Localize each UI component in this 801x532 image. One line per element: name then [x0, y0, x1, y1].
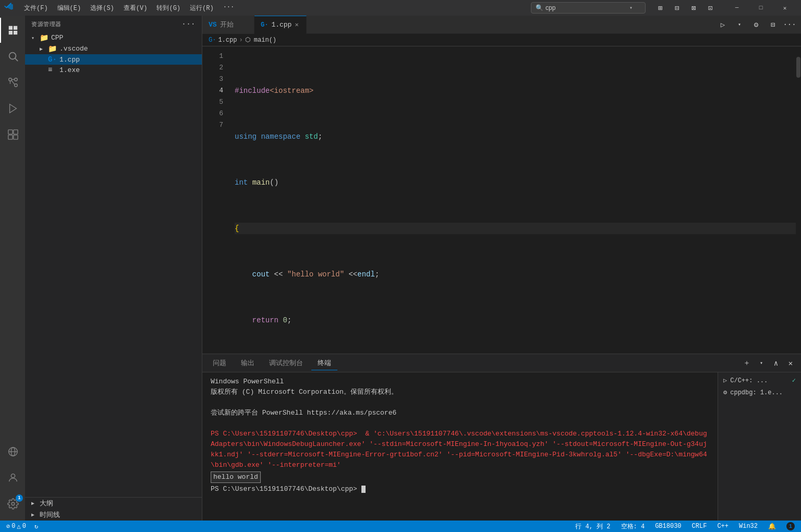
tab-output[interactable]: 输出: [235, 356, 261, 370]
terminal-maximize-button[interactable]: ∧: [770, 357, 782, 369]
run-dropdown-button[interactable]: ▾: [732, 17, 747, 32]
breadcrumb-symbol[interactable]: ⬡ main(): [245, 36, 276, 44]
close-button[interactable]: ✕: [773, 0, 797, 16]
layout-icon-1[interactable]: ⊞: [653, 2, 668, 14]
tree-item-vscode[interactable]: ▶ 📁 .vscode: [25, 43, 202, 54]
tab-terminal[interactable]: 终端: [311, 356, 337, 370]
minimize-button[interactable]: ─: [725, 0, 749, 16]
tree-item-cpp[interactable]: ▾ 📁 CPP: [25, 32, 202, 43]
sidebar-more-button[interactable]: ···: [181, 20, 196, 28]
status-left: ⊘ 0 △ 0 ↻: [4, 521, 40, 532]
tab-1cpp[interactable]: G· 1.cpp ✕: [254, 16, 307, 34]
terminal-instance-cpp[interactable]: ▷ C/C++: ... ✓: [720, 374, 799, 386]
token-sp3: [248, 177, 252, 188]
token-semi2: ;: [375, 269, 379, 280]
status-eol[interactable]: CRLF: [690, 521, 709, 532]
tree-section-outline[interactable]: ▶ 大纲: [25, 498, 202, 509]
term-line-prompt: PS C:\Users\15191107746\Desktop\cpp>: [211, 484, 709, 494]
code-line-2: using namespace std;: [235, 131, 796, 142]
status-errors[interactable]: ⊘ 0 △ 0: [4, 521, 28, 532]
search-dropdown-icon[interactable]: ▾: [629, 5, 633, 11]
settings-gear-button[interactable]: ⚙: [749, 17, 763, 32]
menu-goto[interactable]: 转到(G): [152, 3, 185, 14]
token-iostream: <iostream>: [270, 85, 313, 96]
code-content[interactable]: #include<iostream> using namespace std; …: [228, 46, 796, 354]
terminal-content[interactable]: Windows PowerShell 版权所有 (C) Microsoft Co…: [202, 372, 718, 521]
tree-label-1exe: 1.exe: [59, 66, 80, 74]
token-main: main: [252, 177, 270, 188]
layout-icon-2[interactable]: ⊟: [670, 2, 684, 14]
status-language-text: C++: [717, 523, 729, 530]
token-using: using: [235, 131, 257, 142]
tab-debug-console[interactable]: 调试控制台: [263, 356, 309, 370]
tree-item-1exe[interactable]: ▶ ≡ 1.exe: [25, 65, 202, 75]
split-editor-button[interactable]: ⊟: [766, 17, 780, 32]
error-icon: ⊘: [6, 523, 10, 530]
layout-icon-3[interactable]: ⊠: [686, 2, 701, 14]
activity-scm[interactable]: [0, 70, 25, 95]
tab-problems[interactable]: 问题: [207, 356, 233, 370]
terminal-tab-bar: 问题 输出 调试控制台 终端 ＋ ▾ ∧ ✕: [202, 354, 801, 372]
status-encoding[interactable]: GB18030: [653, 521, 683, 532]
menu-edit[interactable]: 编辑(E): [53, 3, 86, 14]
activity-explorer[interactable]: [0, 18, 25, 43]
svg-point-2: [9, 78, 12, 81]
status-right: 行 4, 列 2 空格: 4 GB18030 CRLF C++ Win32 🔔 …: [573, 521, 797, 532]
token-indent2: [235, 315, 252, 326]
activity-settings[interactable]: 1: [0, 491, 25, 516]
tree-section-timeline[interactable]: ▶ 时间线: [25, 509, 202, 521]
activity-search[interactable]: [0, 44, 25, 69]
activity-remote[interactable]: [0, 439, 25, 464]
status-warning-count: 0: [22, 523, 26, 530]
vscode-tab-icon: VS: [209, 21, 217, 29]
new-terminal-button[interactable]: ＋: [741, 357, 753, 369]
editor-scrollbar[interactable]: [796, 46, 801, 354]
svg-marker-8: [10, 104, 17, 113]
status-spaces[interactable]: 空格: 4: [619, 521, 647, 532]
status-platform[interactable]: Win32: [737, 521, 760, 532]
svg-rect-9: [8, 130, 13, 134]
search-input[interactable]: [545, 4, 627, 11]
status-badge-item[interactable]: 1: [784, 521, 797, 532]
token-namespace: namespace: [261, 131, 300, 142]
token-int: int: [235, 177, 248, 188]
status-sync[interactable]: ↻: [32, 521, 40, 532]
menu-run[interactable]: 运行(R): [186, 3, 218, 14]
menu-select[interactable]: 选择(S): [86, 3, 118, 14]
line-num-5: 5: [202, 96, 223, 108]
terminal-close-button[interactable]: ✕: [784, 357, 797, 369]
layout-icon-4[interactable]: ⊡: [703, 2, 718, 14]
activity-debug[interactable]: [0, 96, 25, 121]
svg-rect-12: [14, 135, 18, 139]
title-search-box[interactable]: 🔍 ▾: [531, 2, 646, 14]
breadcrumb-file-label: 1.cpp: [218, 37, 237, 44]
maximize-button[interactable]: □: [749, 0, 773, 16]
tree-label-outline: 大纲: [40, 499, 53, 508]
status-encoding-text: GB18030: [655, 523, 681, 530]
status-bar: ⊘ 0 △ 0 ↻ 行 4, 列 2 空格: 4 GB18030 CRLF C+…: [0, 521, 801, 532]
menu-file[interactable]: 文件(F): [20, 3, 52, 14]
token-sp1: [257, 131, 261, 142]
token-include: #include: [235, 85, 270, 96]
svg-point-4: [15, 78, 18, 81]
activity-extensions[interactable]: [0, 122, 25, 147]
tab-start[interactable]: VS 开始: [202, 16, 254, 34]
activity-account[interactable]: [0, 465, 25, 490]
terminal-instance-cppdbg[interactable]: ⚙ cppdbg: 1.e...: [720, 386, 799, 398]
status-position[interactable]: 行 4, 列 2: [573, 521, 612, 532]
menu-view[interactable]: 查看(V): [119, 3, 152, 14]
status-language[interactable]: C++: [715, 521, 731, 532]
svg-rect-11: [8, 135, 13, 139]
token-cout: cout: [252, 269, 270, 280]
code-editor[interactable]: 1 2 3 4 5 6 7 #include<iostream> using n…: [202, 46, 801, 354]
status-notifications[interactable]: 🔔: [766, 521, 778, 532]
tree-item-1cpp[interactable]: ▶ G· 1.cpp: [25, 54, 202, 65]
more-actions-button[interactable]: ···: [782, 17, 797, 32]
tab-close-button[interactable]: ✕: [295, 21, 298, 29]
breadcrumb-file[interactable]: G·: [209, 37, 216, 44]
token-sp4: <<: [270, 269, 287, 280]
terminal-dropdown-button[interactable]: ▾: [755, 357, 768, 369]
vscode-logo-icon: [4, 2, 14, 14]
menu-more[interactable]: ···: [219, 3, 239, 14]
run-button[interactable]: ▷: [715, 17, 730, 32]
